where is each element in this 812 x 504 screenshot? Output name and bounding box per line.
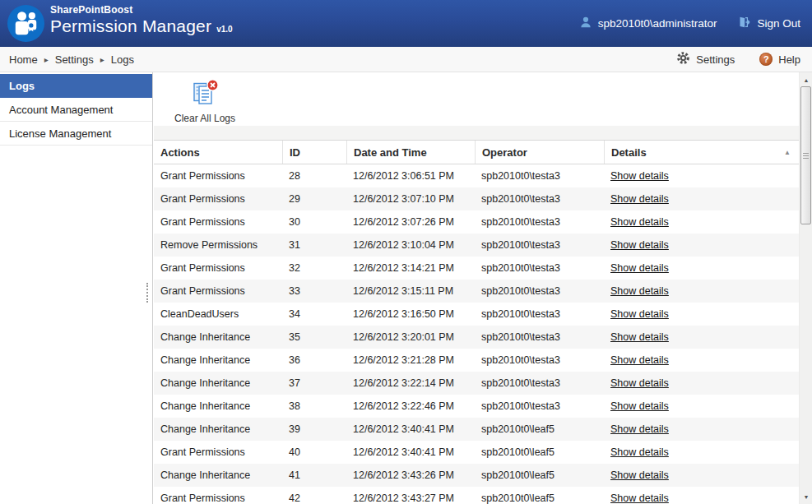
cell-details: Show details [604, 377, 799, 389]
clear-all-logs-button[interactable]: Clear All Logs [165, 76, 244, 128]
show-details-link[interactable]: Show details [610, 469, 669, 481]
cell-operator: spb2010t0\testa3 [475, 262, 604, 274]
show-details-link[interactable]: Show details [610, 377, 669, 389]
brand-block: SharePointBoost Permission Manager v1.0 [50, 4, 233, 36]
column-header-date-time[interactable]: Date and Time [346, 141, 475, 164]
scrollbar-thumb[interactable] [800, 86, 811, 224]
current-user: spb2010t0\administrator [579, 16, 717, 31]
show-details-link[interactable]: Show details [610, 446, 669, 458]
cell-id: 35 [282, 331, 346, 343]
toolbar-bottom-strip [154, 126, 799, 141]
breadcrumb-separator-icon: ▸ [100, 55, 104, 64]
cell-action: Change Inheritance [154, 331, 282, 343]
cell-datetime: 12/6/2012 3:21:28 PM [346, 354, 475, 366]
table-body: Grant Permissions 28 12/6/2012 3:06:51 P… [154, 164, 799, 504]
cell-datetime: 12/6/2012 3:20:01 PM [346, 331, 475, 343]
cell-operator: spb2010t0\leaf5 [475, 469, 604, 481]
show-details-link[interactable]: Show details [610, 308, 669, 320]
show-details-link[interactable]: Show details [610, 285, 669, 297]
table-row: Change Inheritance 39 12/6/2012 3:40:41 … [154, 418, 799, 441]
sidebar-item-logs[interactable]: Logs [0, 74, 152, 98]
cell-operator: spb2010t0\testa3 [475, 216, 604, 228]
show-details-link[interactable]: Show details [610, 331, 669, 343]
cell-action: Change Inheritance [154, 354, 282, 366]
cell-operator: spb2010t0\leaf5 [475, 446, 604, 458]
settings-button[interactable]: Settings [676, 51, 735, 67]
cell-action: Grant Permissions [154, 170, 282, 182]
table-row: Grant Permissions 42 12/6/2012 3:43:27 P… [154, 487, 799, 504]
scroll-up-icon[interactable]: ▲ [800, 73, 812, 86]
cell-datetime: 12/6/2012 3:43:26 PM [346, 469, 475, 481]
cell-details: Show details [604, 354, 799, 366]
cell-details: Show details [604, 239, 799, 251]
splitter-handle[interactable] [146, 283, 148, 303]
table-row: Change Inheritance 36 12/6/2012 3:21:28 … [154, 349, 799, 372]
cell-action: Change Inheritance [154, 469, 282, 481]
cell-id: 36 [282, 354, 346, 366]
app-logo-icon [7, 4, 45, 43]
show-details-link[interactable]: Show details [610, 216, 669, 228]
cell-id: 29 [282, 193, 346, 205]
cell-datetime: 12/6/2012 3:07:26 PM [346, 216, 475, 228]
cell-operator: spb2010t0\testa3 [475, 400, 604, 412]
scroll-down-icon[interactable]: ▼ [800, 490, 812, 503]
breadcrumb-home[interactable]: Home [9, 53, 38, 66]
help-icon: ? [759, 53, 773, 66]
cell-id: 28 [282, 170, 346, 182]
cell-id: 33 [282, 285, 346, 297]
clear-all-logs-label: Clear All Logs [174, 113, 235, 124]
column-header-details[interactable]: Details ▲ [604, 141, 799, 164]
cell-id: 42 [282, 492, 346, 504]
column-header-actions[interactable]: Actions [154, 141, 282, 164]
vertical-scrollbar[interactable]: ▲ ▼ [799, 72, 812, 504]
table-row: Grant Permissions 30 12/6/2012 3:07:26 P… [154, 210, 799, 234]
column-header-operator[interactable]: Operator [475, 141, 604, 164]
settings-label: Settings [696, 53, 735, 66]
table-row: Grant Permissions 29 12/6/2012 3:07:10 P… [154, 187, 799, 210]
cell-operator: spb2010t0\testa3 [475, 285, 604, 297]
show-details-link[interactable]: Show details [610, 239, 669, 251]
brand-name: SharePointBoost [50, 4, 233, 16]
cell-operator: spb2010t0\testa3 [475, 308, 604, 320]
cell-id: 38 [282, 400, 346, 412]
product-version: v1.0 [216, 25, 232, 34]
cell-datetime: 12/6/2012 3:15:11 PM [346, 285, 475, 297]
cell-action: Grant Permissions [154, 193, 282, 205]
cell-datetime: 12/6/2012 3:16:50 PM [346, 308, 475, 320]
cell-operator: spb2010t0\leaf5 [475, 423, 604, 435]
cell-id: 41 [282, 469, 346, 481]
table-row: Change Inheritance 37 12/6/2012 3:22:14 … [154, 372, 799, 395]
cell-datetime: 12/6/2012 3:10:04 PM [346, 239, 475, 251]
sign-out-button[interactable]: Sign Out [738, 16, 800, 31]
cell-action: Grant Permissions [154, 262, 282, 274]
cell-id: 30 [282, 216, 346, 228]
show-details-link[interactable]: Show details [610, 400, 669, 412]
table-row: Grant Permissions 28 12/6/2012 3:06:51 P… [154, 164, 799, 187]
log-table-header: Actions ID Date and Time Operator Detail… [154, 141, 799, 164]
column-header-details-label: Details [611, 146, 647, 159]
cell-datetime: 12/6/2012 3:06:51 PM [346, 170, 475, 182]
show-details-link[interactable]: Show details [610, 170, 669, 182]
cell-datetime: 12/6/2012 3:22:46 PM [346, 400, 475, 412]
show-details-link[interactable]: Show details [610, 262, 669, 274]
cell-operator: spb2010t0\testa3 [475, 331, 604, 343]
cell-details: Show details [604, 423, 799, 435]
show-details-link[interactable]: Show details [610, 193, 669, 205]
cell-datetime: 12/6/2012 3:07:10 PM [346, 193, 475, 205]
show-details-link[interactable]: Show details [610, 354, 669, 366]
breadcrumb-logs[interactable]: Logs [111, 53, 134, 66]
column-header-id[interactable]: ID [282, 141, 346, 164]
sidebar-item-license-management[interactable]: License Management [0, 122, 152, 146]
cell-details: Show details [604, 308, 799, 320]
breadcrumb-settings[interactable]: Settings [55, 53, 94, 66]
cell-operator: spb2010t0\testa3 [475, 193, 604, 205]
cell-action: Change Inheritance [154, 377, 282, 389]
show-details-link[interactable]: Show details [610, 423, 669, 435]
show-details-link[interactable]: Show details [610, 492, 669, 504]
help-button[interactable]: ? Help [759, 53, 800, 66]
cell-details: Show details [604, 262, 799, 274]
cell-details: Show details [604, 170, 799, 182]
cell-datetime: 12/6/2012 3:40:41 PM [346, 423, 475, 435]
main-content: Clear All Logs Actions ID Date and Time … [154, 72, 799, 504]
sidebar-item-account-management[interactable]: Account Management [0, 98, 152, 122]
